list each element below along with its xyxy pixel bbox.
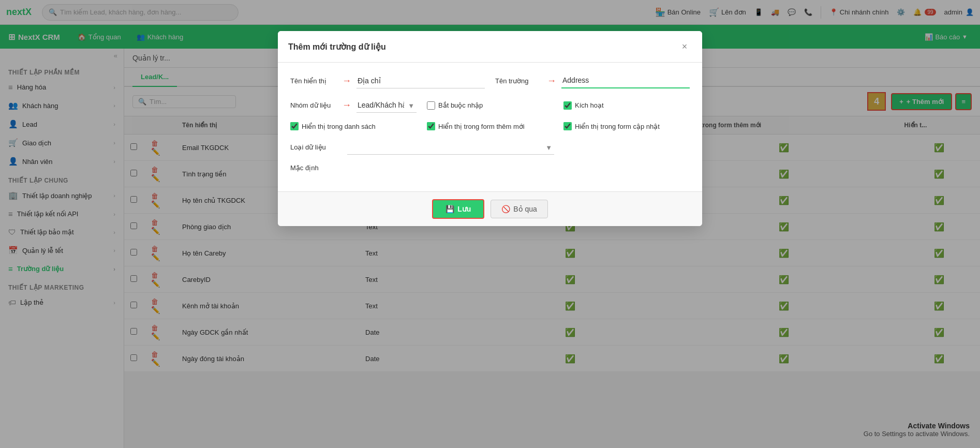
modal-close-button[interactable]: ×	[677, 39, 692, 54]
cancel-button[interactable]: 🚫 Bỏ qua	[491, 200, 548, 218]
loai-du-lieu-select-wrap: ▼	[347, 140, 554, 155]
modal-overlay: Thêm mới trường dữ liệu × Tên hiển thị →…	[0, 0, 980, 448]
form-row-5: Mặc định	[290, 164, 690, 172]
cancel-icon: 🚫	[501, 205, 510, 213]
save-icon: 💾	[446, 205, 454, 213]
form-group-ten-truong: Tên trường →	[495, 73, 690, 88]
arrow-icon-1: →	[342, 76, 351, 86]
loai-du-lieu-label: Loại dữ liệu	[290, 143, 337, 151]
checkbox-hien-thi-ds: Hiển thị trong danh sách	[290, 122, 417, 130]
hien-thi-cap-nhat-label: Hiển thị trong form cập nhật	[575, 123, 660, 130]
nhom-select[interactable]: Lead/Khách hàng	[357, 98, 417, 113]
kich-hoat-label: Kích hoạt	[575, 101, 604, 109]
form-row-4: Loại dữ liệu ▼	[290, 140, 690, 155]
ten-truong-input[interactable]	[561, 73, 690, 88]
save-label: Lưu	[457, 205, 471, 213]
modal-footer: 💾 Lưu 🚫 Bỏ qua	[278, 191, 702, 226]
modal-header: Thêm mới trường dữ liệu ×	[278, 31, 702, 63]
ten-truong-label: Tên trường	[495, 77, 542, 85]
form-group-nhom: Nhóm dữ liệu → Lead/Khách hàng ▼	[290, 98, 417, 113]
save-button[interactable]: 💾 Lưu	[432, 199, 484, 219]
arrow-icon-2: →	[547, 76, 556, 86]
checkbox-kich-hoat: Kích hoạt	[563, 101, 690, 110]
form-row-2: Nhóm dữ liệu → Lead/Khách hàng ▼ Bắt buộ…	[290, 98, 690, 113]
bat-buoc-label: Bắt buộc nhập	[438, 101, 483, 109]
modal-body: Tên hiển thị → Tên trường → Nhóm dữ liệu…	[278, 63, 702, 191]
form-row-3: Hiển thị trong danh sách Hiển thị trong …	[290, 122, 690, 130]
cancel-label: Bỏ qua	[513, 205, 537, 213]
nhom-select-wrap: Lead/Khách hàng ▼	[357, 98, 417, 113]
form-group-ten-hien-thi: Tên hiển thị →	[290, 73, 485, 88]
checkbox-hien-thi-them-moi: Hiển thị trong form thêm mới	[427, 122, 553, 130]
ten-hien-thi-input[interactable]	[357, 73, 485, 88]
kich-hoat-checkbox[interactable]	[563, 101, 572, 110]
arrow-icon-3: →	[342, 100, 351, 111]
checkbox-hien-thi-cap-nhat: Hiển thị trong form cập nhật	[563, 122, 690, 130]
ten-hien-thi-label: Tên hiển thị	[290, 77, 337, 85]
nhom-label: Nhóm dữ liệu	[290, 101, 337, 109]
modal-title: Thêm mới trường dữ liệu	[288, 42, 386, 52]
loai-du-lieu-select[interactable]	[347, 140, 554, 155]
form-row-1: Tên hiển thị → Tên trường →	[290, 73, 690, 88]
checkbox-bat-buoc: Bắt buộc nhập	[427, 101, 553, 110]
hien-thi-them-moi-label: Hiển thị trong form thêm mới	[438, 123, 525, 130]
bat-buoc-checkbox[interactable]	[427, 101, 435, 110]
hien-thi-cap-nhat-checkbox[interactable]	[563, 122, 572, 130]
add-field-modal: Thêm mới trường dữ liệu × Tên hiển thị →…	[278, 31, 702, 226]
mac-dinh-label: Mặc định	[290, 164, 337, 172]
hien-thi-ds-checkbox[interactable]	[290, 122, 299, 130]
hien-thi-ds-label: Hiển thị trong danh sách	[302, 123, 376, 130]
hien-thi-them-moi-checkbox[interactable]	[427, 122, 435, 130]
